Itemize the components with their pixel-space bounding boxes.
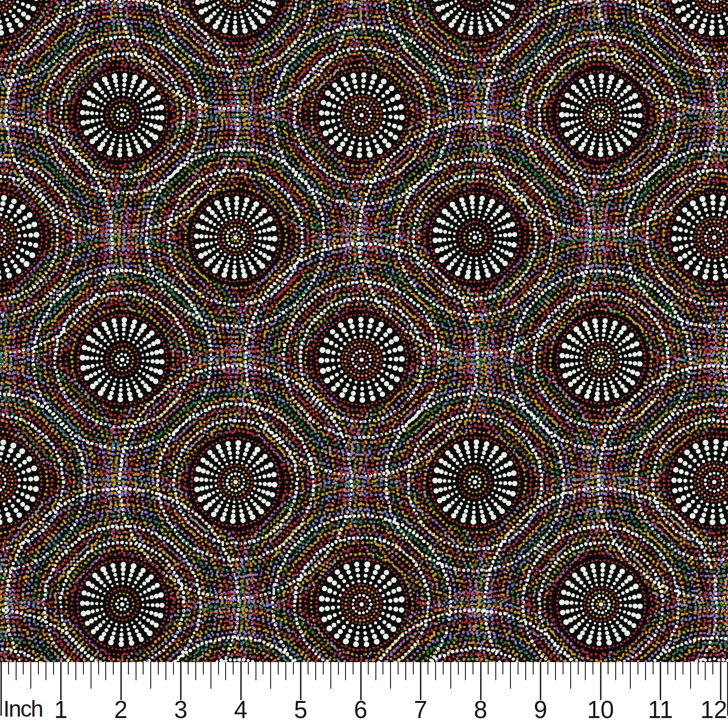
- ruler-tick: [578, 662, 579, 674]
- ruler-number: 12: [701, 696, 728, 724]
- ruler-tick: [0, 662, 2, 716]
- ruler-tick: [465, 662, 466, 680]
- ruler-tick: [285, 662, 286, 680]
- ruler-tick: [682, 662, 683, 674]
- ruler-tick: [525, 662, 526, 680]
- ruler-tick: [473, 662, 473, 674]
- ruler-tick: [136, 662, 136, 680]
- ruler-tick: [23, 662, 24, 674]
- ruler-tick: [540, 662, 541, 700]
- ruler-tick: [428, 662, 428, 674]
- ruler-tick: [510, 662, 511, 689]
- ruler-tick: [667, 662, 668, 674]
- ruler-tick: [248, 662, 249, 674]
- ruler-tick: [675, 662, 676, 680]
- ruler-tick: [16, 662, 17, 680]
- ruler-tick: [278, 662, 279, 674]
- ruler-number: 9: [534, 696, 547, 724]
- ruler-tick: [600, 662, 601, 700]
- ruler-tick: [293, 662, 294, 674]
- ruler-tick: [450, 662, 451, 689]
- ruler-tick: [210, 662, 211, 689]
- ruler-tick: [345, 662, 346, 680]
- ruler-tick: [705, 662, 706, 680]
- ruler-tick: [390, 662, 391, 689]
- ruler-tick: [592, 662, 593, 674]
- ruler-tick: [233, 662, 234, 674]
- ruler-tick: [563, 662, 564, 674]
- ruler-tick: [375, 662, 376, 680]
- ruler-number: 2: [114, 696, 127, 724]
- ruler-number: 10: [587, 696, 614, 724]
- ruler-tick: [712, 662, 713, 674]
- ruler-tick: [120, 662, 122, 700]
- ruler-tick: [608, 662, 609, 674]
- ruler-tick: [502, 662, 503, 674]
- ruler-tick: [405, 662, 406, 680]
- ruler-tick: [660, 662, 661, 700]
- ruler-tick: [398, 662, 399, 674]
- ruler-tick: [46, 662, 46, 680]
- ruler-tick: [75, 662, 76, 680]
- ruler-tick: [330, 662, 331, 689]
- ruler-tick: [653, 662, 654, 674]
- ruler-tick: [91, 662, 91, 689]
- ruler-tick: [300, 662, 301, 700]
- ruler-tick: [98, 662, 99, 674]
- fabric-product-photo: 123456789101112 Inch: [0, 0, 728, 728]
- ruler-tick: [368, 662, 369, 674]
- ruler-tick: [435, 662, 436, 680]
- fabric-pattern-canvas: [0, 0, 728, 662]
- ruler-tick: [83, 662, 84, 674]
- ruler-tick: [353, 662, 354, 674]
- ruler-tick: [53, 662, 54, 674]
- ruler-tick: [637, 662, 638, 674]
- ruler-number: 11: [648, 696, 673, 724]
- ruler-tick: [547, 662, 548, 674]
- ruler-tick: [488, 662, 489, 674]
- ruler-tick: [60, 662, 62, 700]
- ruler-tick: [173, 662, 174, 674]
- ruler-tick: [240, 662, 242, 700]
- ruler-tick: [150, 662, 151, 689]
- ruler-tick: [360, 662, 362, 700]
- ruler-tick: [382, 662, 383, 674]
- ruler-tick: [413, 662, 414, 674]
- ruler-tick: [128, 662, 129, 674]
- ruler-unit-label: Inch: [3, 696, 43, 722]
- ruler-tick: [338, 662, 339, 674]
- ruler-number: 7: [414, 696, 427, 724]
- ruler-tick: [105, 662, 106, 680]
- ruler-tick: [690, 662, 691, 689]
- ruler-number: 8: [474, 696, 487, 724]
- ruler-tick: [720, 662, 721, 700]
- ruler-tick: [218, 662, 219, 674]
- fabric-swatch: [0, 0, 728, 662]
- ruler-tick: [630, 662, 631, 689]
- ruler-number: 4: [234, 696, 247, 724]
- ruler-tick: [698, 662, 699, 674]
- ruler-tick: [158, 662, 159, 674]
- ruler-number: 6: [354, 696, 367, 724]
- ruler-tick: [420, 662, 421, 700]
- ruler-tick: [225, 662, 226, 680]
- ruler-tick: [68, 662, 69, 674]
- ruler-tick: [585, 662, 586, 680]
- ruler-tick: [180, 662, 182, 700]
- ruler-tick: [165, 662, 166, 680]
- ruler-tick: [518, 662, 519, 674]
- ruler-tick: [143, 662, 144, 674]
- ruler-tick: [323, 662, 324, 674]
- ruler-tick: [570, 662, 571, 689]
- ruler-tick: [555, 662, 556, 680]
- ruler-tick: [188, 662, 189, 674]
- ruler-number: 3: [174, 696, 187, 724]
- ruler-tick: [458, 662, 459, 674]
- ruler-number: 1: [54, 696, 67, 724]
- ruler-tick: [480, 662, 482, 700]
- ruler-tick: [615, 662, 616, 680]
- ruler-tick: [495, 662, 496, 680]
- ruler-tick: [263, 662, 264, 674]
- ruler-tick: [8, 662, 9, 674]
- ruler-tick: [255, 662, 256, 680]
